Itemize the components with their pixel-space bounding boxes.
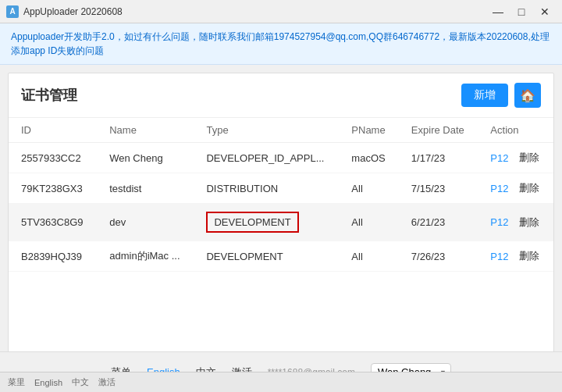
cell-type: DEVELOPMENT	[194, 204, 339, 241]
maximize-button[interactable]: □	[510, 3, 532, 20]
bottom-item-2: English	[34, 378, 62, 387]
table-row: 5TV363C8G9 dev DEVELOPMENT All 6/21/23 P…	[9, 204, 553, 241]
page-header: 证书管理 新增 🏠	[9, 73, 553, 118]
cell-name: admin的iMac ...	[97, 241, 194, 272]
cell-pname: All	[339, 241, 399, 272]
cell-expire: 6/21/23	[399, 204, 478, 241]
delete-link[interactable]: 删除	[519, 249, 539, 263]
cell-id: 79KT238GX3	[9, 173, 97, 204]
type-cell-bordered: DEVELOPMENT	[206, 212, 298, 233]
p12-link[interactable]: P12	[490, 251, 508, 262]
p12-link[interactable]: P12	[490, 183, 508, 194]
window-title: AppUploader 20220608	[23, 6, 123, 17]
col-pname: PName	[339, 118, 399, 143]
header-actions: 新增 🏠	[461, 83, 541, 108]
app-icon: A	[6, 5, 19, 18]
cell-name: testdist	[97, 173, 194, 204]
table-row: 2557933CC2 Wen Cheng DEVELOPER_ID_APPL..…	[9, 143, 553, 173]
cell-action: P12 删除	[478, 241, 553, 272]
home-button[interactable]: 🏠	[514, 83, 541, 108]
cell-action: P12 删除	[478, 143, 553, 173]
type-cell: DEVELOPMENT	[206, 251, 283, 262]
bottom-item-3: 中文	[72, 376, 89, 388]
cell-expire: 7/15/23	[399, 173, 478, 204]
table-row: 79KT238GX3 testdist DISTRIBUTION All 7/1…	[9, 173, 553, 204]
close-button[interactable]: ✕	[534, 3, 556, 20]
delete-link[interactable]: 删除	[519, 216, 539, 230]
cell-type: DEVELOPER_ID_APPL...	[194, 143, 339, 173]
certificate-table: ID Name Type PName Expire Date Action 25…	[9, 118, 553, 272]
title-bar-left: A AppUploader 20220608	[6, 5, 123, 18]
cell-pname: All	[339, 204, 399, 241]
p12-link[interactable]: P12	[490, 152, 508, 164]
info-banner: Appuploader开发助手2.0，如过有什么问题，随时联系我们邮箱19745…	[0, 23, 562, 65]
minimize-button[interactable]: —	[487, 3, 509, 20]
main-content: 证书管理 新增 🏠 ID Name Type PName Expire Date…	[8, 73, 554, 355]
bottom-item-1: 菜里	[8, 376, 25, 388]
type-cell: DEVELOPER_ID_APPL...	[206, 152, 324, 164]
cell-id: B2839HQJ39	[9, 241, 97, 272]
col-type: Type	[194, 118, 339, 143]
cell-type: DEVELOPMENT	[194, 241, 339, 272]
cell-pname: All	[339, 173, 399, 204]
new-button[interactable]: 新增	[461, 84, 508, 107]
col-action: Action	[478, 118, 553, 143]
cell-id: 2557933CC2	[9, 143, 97, 173]
col-expire: Expire Date	[399, 118, 478, 143]
cell-pname: macOS	[339, 143, 399, 173]
table-header-row: ID Name Type PName Expire Date Action	[9, 118, 553, 143]
cell-id: 5TV363C8G9	[9, 204, 97, 241]
cell-expire: 7/26/23	[399, 241, 478, 272]
cell-action: P12 删除	[478, 204, 553, 241]
delete-link[interactable]: 删除	[519, 151, 539, 165]
page-title: 证书管理	[21, 86, 77, 105]
title-bar: A AppUploader 20220608 — □ ✕	[0, 0, 562, 23]
info-text: Appuploader开发助手2.0，如过有什么问题，随时联系我们邮箱19745…	[11, 31, 550, 56]
delete-link[interactable]: 删除	[519, 181, 539, 195]
type-cell: DISTRIBUTION	[206, 183, 278, 194]
col-name: Name	[97, 118, 194, 143]
bottom-bar: 菜里 English 中文 激活	[0, 372, 562, 392]
cell-name: Wen Cheng	[97, 143, 194, 173]
cell-type: DISTRIBUTION	[194, 173, 339, 204]
cell-name: dev	[97, 204, 194, 241]
table-row: B2839HQJ39 admin的iMac ... DEVELOPMENT Al…	[9, 241, 553, 272]
col-id: ID	[9, 118, 97, 143]
cell-action: P12 删除	[478, 173, 553, 204]
bottom-item-4: 激活	[98, 376, 116, 388]
window-controls[interactable]: — □ ✕	[487, 3, 556, 20]
home-icon: 🏠	[520, 88, 535, 103]
p12-link[interactable]: P12	[490, 216, 508, 228]
cell-expire: 1/17/23	[399, 143, 478, 173]
